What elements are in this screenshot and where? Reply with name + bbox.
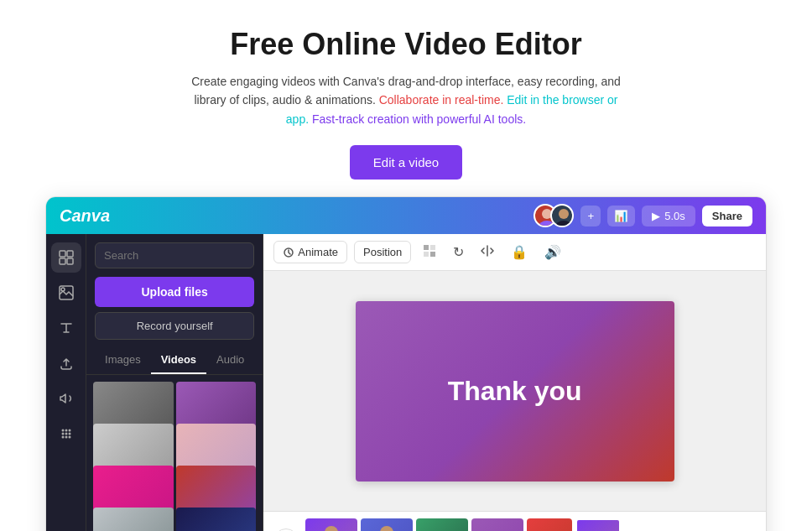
left-panel: Upload files Record yourself Images Vide… bbox=[86, 234, 263, 531]
clip-3[interactable]: Keep up thegreat work! bbox=[416, 518, 468, 531]
search-bar bbox=[86, 234, 263, 277]
share-button[interactable]: Share bbox=[702, 206, 752, 226]
edit-video-button[interactable]: Edit a video bbox=[350, 145, 462, 180]
canvas-main: Thank you bbox=[263, 271, 766, 511]
media-tabs: Images Videos Audio bbox=[86, 346, 263, 375]
media-thumb-7[interactable]: ▶ bbox=[93, 508, 174, 531]
svg-point-10 bbox=[61, 429, 64, 432]
svg-rect-5 bbox=[67, 251, 73, 257]
media-thumb-8[interactable]: ▶ bbox=[176, 508, 257, 531]
position-button[interactable]: Position bbox=[354, 241, 411, 263]
svg-point-14 bbox=[65, 433, 67, 435]
search-input[interactable] bbox=[95, 242, 254, 268]
topbar: Canva + 📊 ▶ 5.0s Share bbox=[46, 197, 766, 234]
clip-5[interactable] bbox=[527, 518, 572, 531]
svg-point-11 bbox=[65, 429, 67, 432]
canvas-area: Animate Position ↻ 🔒 🔊 Thank you bbox=[263, 234, 766, 531]
topbar-right: + 📊 ▶ 5.0s Share bbox=[534, 204, 752, 227]
clip-1[interactable]: Employeeof the Month bbox=[305, 518, 357, 531]
sidebar-icon-upload[interactable] bbox=[51, 348, 81, 378]
upload-files-button[interactable]: Upload files bbox=[95, 277, 254, 307]
tab-images[interactable]: Images bbox=[95, 346, 151, 374]
sidebar-icon-elements[interactable] bbox=[51, 242, 81, 273]
svg-point-26 bbox=[380, 526, 393, 531]
svg-rect-22 bbox=[424, 252, 429, 257]
sidebar-icon-text[interactable] bbox=[51, 313, 81, 343]
animate-button[interactable]: Animate bbox=[273, 241, 347, 263]
svg-point-18 bbox=[68, 436, 70, 439]
canvas-toolbar: Animate Position ↻ 🔒 🔊 bbox=[263, 234, 766, 271]
page-header: Free Online Video Editor Create engaging… bbox=[0, 0, 812, 196]
media-grid: ▶ ▶ ▶ ▶ Jacob ▶ bbox=[86, 375, 263, 531]
canva-logo: Canva bbox=[60, 206, 110, 226]
sidebar-icon-media[interactable] bbox=[51, 278, 81, 308]
svg-rect-21 bbox=[430, 245, 435, 250]
page-title: Free Online Video Editor bbox=[17, 27, 795, 62]
sidebar-icons bbox=[46, 234, 86, 531]
record-yourself-button[interactable]: Record yourself bbox=[95, 312, 254, 340]
slide-text: Thank you bbox=[448, 376, 582, 407]
main-layout: Upload files Record yourself Images Vide… bbox=[46, 234, 766, 531]
timeline-clips-row: ▶ Employeeof the Month Employe...on the … bbox=[263, 512, 766, 531]
duration-button[interactable]: ▶ 5.0s bbox=[642, 206, 695, 226]
analytics-button[interactable]: 📊 bbox=[607, 206, 635, 226]
svg-point-12 bbox=[68, 429, 70, 432]
checkerboard-icon[interactable] bbox=[418, 241, 441, 264]
canvas-slide: Thank you bbox=[356, 301, 674, 482]
add-collaborator-button[interactable]: + bbox=[580, 206, 601, 226]
svg-rect-7 bbox=[67, 258, 73, 264]
svg-point-15 bbox=[68, 433, 70, 435]
tab-audio[interactable]: Audio bbox=[206, 346, 254, 374]
svg-point-24 bbox=[325, 526, 338, 531]
avatar-group bbox=[534, 204, 574, 227]
svg-point-13 bbox=[61, 433, 64, 435]
svg-point-2 bbox=[559, 209, 569, 219]
clip-2[interactable]: Employe...on the Month bbox=[361, 518, 413, 531]
tab-videos[interactable]: Videos bbox=[151, 346, 206, 374]
svg-point-16 bbox=[61, 436, 64, 439]
timeline: ▶ Employeeof the Month Employe...on the … bbox=[263, 511, 766, 531]
svg-point-3 bbox=[555, 221, 572, 227]
svg-rect-6 bbox=[60, 258, 65, 264]
svg-point-17 bbox=[65, 436, 67, 439]
page-subtitle: Create engaging videos with Canva's drag… bbox=[188, 72, 624, 128]
app-container: Canva + 📊 ▶ 5.0s Share bbox=[45, 196, 767, 531]
clip-4[interactable]: You're aSuperstar! You're...pa bbox=[471, 518, 523, 531]
svg-rect-4 bbox=[60, 251, 65, 257]
volume-icon[interactable]: 🔊 bbox=[539, 241, 566, 263]
rotate-icon[interactable]: ↻ bbox=[448, 241, 469, 263]
sidebar-icon-apps[interactable] bbox=[51, 419, 81, 449]
lock-icon[interactable]: 🔒 bbox=[506, 241, 533, 263]
flip-icon[interactable] bbox=[476, 241, 499, 264]
avatar-2 bbox=[550, 204, 574, 227]
sidebar-icon-audio[interactable] bbox=[51, 383, 81, 414]
svg-rect-20 bbox=[424, 245, 429, 250]
svg-rect-23 bbox=[430, 252, 435, 257]
clip-6[interactable]: Thankyou Lianne bbox=[575, 518, 621, 531]
